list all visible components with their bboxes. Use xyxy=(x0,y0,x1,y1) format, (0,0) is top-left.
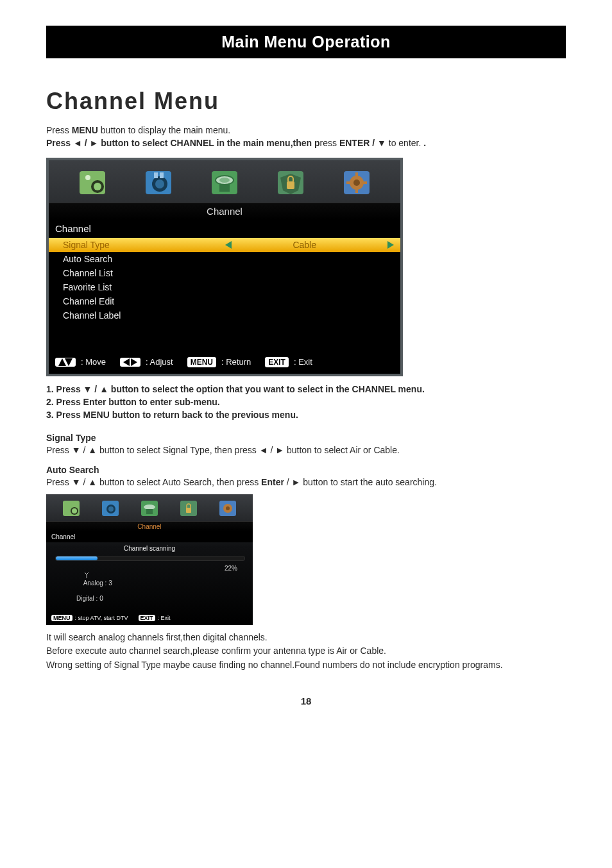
channel-icon xyxy=(140,499,159,517)
svg-rect-20 xyxy=(346,181,350,184)
auto-search-text: Press ▼ / ▲ button to select Auto Search… xyxy=(46,476,566,489)
title-bar: Main Menu Operation xyxy=(46,26,566,58)
page-number: 18 xyxy=(46,696,566,706)
text-bold: in the main menu,then p xyxy=(214,138,320,148)
row-label: Channel List xyxy=(63,268,215,278)
osd-sm-active-tab: Channel xyxy=(46,521,253,531)
osd-sm-tab-icons xyxy=(46,494,253,521)
svg-rect-18 xyxy=(355,172,358,176)
right-arrow-icon[interactable] xyxy=(368,241,394,249)
picture-mode-icon xyxy=(62,499,81,517)
row-label: Favorite List xyxy=(63,282,215,292)
svg-marker-24 xyxy=(58,358,66,366)
manual-page: Main Menu Operation Channel Menu Press M… xyxy=(0,0,612,732)
antenna-icon xyxy=(83,572,90,578)
bullet-1: 1. Press ▼ / ▲ button to select the opti… xyxy=(46,383,566,396)
osd-row-signal-type[interactable]: Signal Type Cable xyxy=(49,238,400,252)
closing-p1: It will search analog channels first,the… xyxy=(46,631,566,644)
lock-icon xyxy=(276,169,305,196)
svg-rect-12 xyxy=(219,184,230,192)
analog-label: Analog : xyxy=(83,580,107,587)
osd-active-tab: Channel xyxy=(49,203,400,219)
closing-p3: Wrong setting of Signal Type maybe cause… xyxy=(46,659,566,672)
dot: . xyxy=(423,138,426,148)
picture-mode-icon xyxy=(78,169,107,196)
closing-p2: Before execute auto channel search,pleas… xyxy=(46,645,566,658)
scan-analog-line: Analog : 3 22% xyxy=(46,563,253,594)
text-fragment: / ► button to start the auto searching. xyxy=(284,477,437,487)
scan-title: Channel scanning xyxy=(46,542,253,553)
digital-label: Digital : xyxy=(76,595,98,602)
svg-marker-26 xyxy=(123,358,130,366)
svg-point-33 xyxy=(108,506,114,512)
sound-mode-icon xyxy=(144,169,173,196)
exit-box: EXIT xyxy=(265,357,289,367)
exit-hint: : Exit xyxy=(158,615,171,621)
scan-digital-line: Digital : 0 xyxy=(46,594,253,602)
instruction-bullets: 1. Press ▼ / ▲ button to select the opti… xyxy=(46,383,566,422)
row-label: Channel Edit xyxy=(63,296,215,306)
signal-type-text: Press ▼ / ▲ button to select Signal Type… xyxy=(46,444,566,457)
intro-line-1: Press MENU button to display the main me… xyxy=(46,124,566,137)
menu-hint: : stop ATV, start DTV xyxy=(75,615,128,621)
text-fragment: Press ▼ / ▲ button to select Auto Search… xyxy=(46,477,261,487)
bullet-2: 2. Press Enter button to enter sub-menu. xyxy=(46,396,566,408)
svg-marker-23 xyxy=(387,241,394,249)
text-fragment: ress xyxy=(320,138,339,148)
osd-tab-icons xyxy=(49,160,400,203)
progress-fill xyxy=(56,556,98,560)
signal-type-head: Signal Type xyxy=(46,433,566,443)
osd-row-channel-label[interactable]: Channel Label xyxy=(49,308,400,322)
osd-sm-hints: MENU : stop ATV, start DTV EXIT : Exit xyxy=(46,602,253,625)
text-fragment: to enter. xyxy=(386,138,423,148)
auto-search-head: Auto Search xyxy=(46,465,566,475)
svg-point-17 xyxy=(353,179,360,186)
hint-return: : Return xyxy=(221,357,251,367)
text-fragment: button to display the main menu. xyxy=(98,125,230,135)
svg-point-2 xyxy=(94,183,101,190)
svg-point-3 xyxy=(85,175,90,180)
settings-gear-icon xyxy=(342,169,371,196)
svg-rect-19 xyxy=(355,189,358,193)
sound-mode-icon xyxy=(101,499,120,517)
text-fragment: Press xyxy=(46,125,72,135)
bullet-3: 3. Press MENU button to return back to t… xyxy=(46,408,566,421)
row-label: Signal Type xyxy=(63,240,215,250)
osd-row-channel-edit[interactable]: Channel Edit xyxy=(49,294,400,308)
svg-rect-14 xyxy=(287,181,294,189)
exit-box: EXIT xyxy=(139,615,155,621)
osd-menu-header: Channel xyxy=(49,219,400,238)
svg-point-35 xyxy=(144,505,155,510)
osd-sm-header: Channel xyxy=(46,531,253,542)
left-arrow-icon[interactable] xyxy=(215,241,241,249)
progress-bar xyxy=(46,553,253,563)
menu-box: MENU xyxy=(51,615,72,621)
svg-rect-8 xyxy=(160,172,164,178)
svg-point-6 xyxy=(155,179,164,188)
settings-gear-icon xyxy=(218,499,237,517)
svg-rect-38 xyxy=(186,508,191,513)
osd-channel-menu: Channel Channel Signal Type Cable Auto S… xyxy=(46,158,403,376)
svg-rect-7 xyxy=(154,172,158,178)
osd-channel-scanning: Channel Channel Channel scanning Analog … xyxy=(46,494,253,625)
scan-percent: 22% xyxy=(225,565,237,594)
row-value: Cable xyxy=(242,240,368,250)
enter-bold: Enter xyxy=(261,477,284,487)
svg-rect-21 xyxy=(363,181,367,184)
hint-exit: : Exit xyxy=(294,357,312,367)
intro-line-2: Press ◄ / ► button to select CHANNEL in … xyxy=(46,137,566,149)
osd-row-channel-list[interactable]: Channel List xyxy=(49,266,400,280)
svg-point-11 xyxy=(219,178,230,183)
osd-row-auto-search[interactable]: Auto Search xyxy=(49,252,400,266)
svg-rect-36 xyxy=(146,509,153,514)
svg-marker-22 xyxy=(225,241,232,249)
svg-marker-25 xyxy=(65,358,72,366)
osd-menu-body: Signal Type Cable Auto Search Channel Li… xyxy=(49,238,400,352)
left-right-icon xyxy=(120,358,140,367)
osd-row-favorite-list[interactable]: Favorite List xyxy=(49,280,400,294)
channel-icon xyxy=(210,169,239,196)
osd-button-hints: : Move : Adjust MENU : Return EXIT : Exi… xyxy=(49,352,400,374)
row-label: Channel Label xyxy=(63,310,215,321)
hint-adjust: : Adjust xyxy=(146,357,173,367)
svg-point-30 xyxy=(72,508,77,513)
